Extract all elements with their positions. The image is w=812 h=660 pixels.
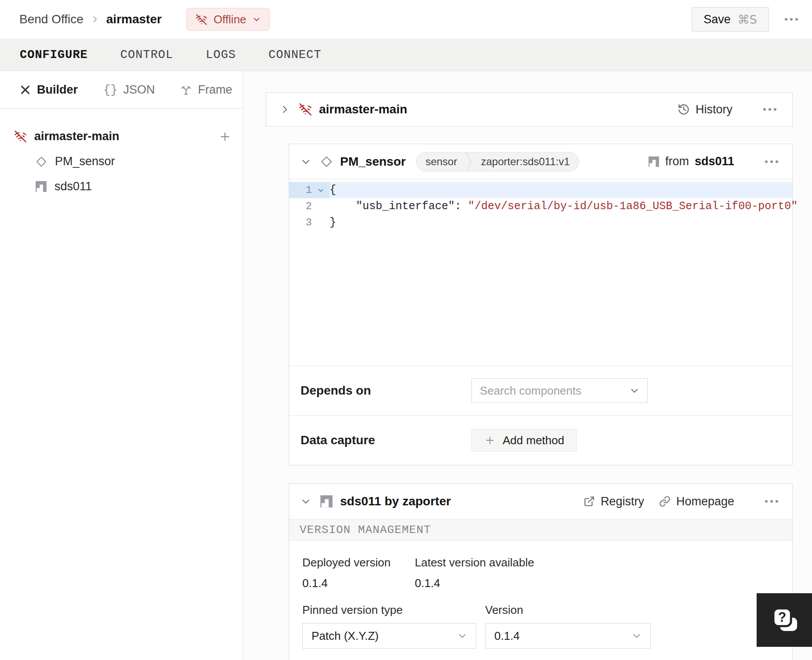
code-line: 1 { (289, 182, 792, 198)
sds011-module-card: sds011 by zaporter Registry (289, 483, 793, 660)
depends-on-label: Depends on (301, 384, 471, 398)
mode-json-label: JSON (123, 83, 155, 97)
topbar-kebab-menu[interactable] (780, 14, 802, 25)
expand-machine-part-chevron-icon[interactable] (278, 102, 292, 116)
tree-item-label: sds011 (54, 180, 92, 193)
tree-item-sds011[interactable]: sds011 (0, 174, 243, 199)
component-tree: airmaster-main PM_sensor sds011 (0, 109, 243, 199)
save-button[interactable]: Save ⌘S (692, 7, 769, 32)
breadcrumb-location-link[interactable]: Bend Office (19, 12, 83, 26)
collapse-module-chevron-icon[interactable] (299, 494, 313, 508)
code-line: 2 "usb_interface": "/dev/serial/by-id/us… (289, 198, 792, 214)
mode-builder-label: Builder (37, 83, 78, 97)
history-button[interactable]: History (678, 103, 732, 116)
collapse-component-chevron-icon[interactable] (299, 155, 313, 169)
registry-label: Registry (601, 495, 644, 508)
registry-link[interactable]: Registry (584, 495, 644, 508)
latest-version-label: Latest version available (415, 556, 534, 569)
mode-builder[interactable]: Builder (19, 83, 78, 97)
add-method-label: Add method (503, 434, 564, 447)
pinned-version-type-label: Pinned version type (302, 603, 485, 617)
code-text: { (330, 184, 336, 196)
breadcrumb-chevron-icon (91, 15, 99, 24)
module-icon (648, 156, 660, 167)
help-button[interactable]: ? (757, 593, 812, 647)
mode-json[interactable]: {} JSON (103, 83, 155, 97)
tab-connect[interactable]: CONNECT (268, 48, 321, 62)
component-title: PM_sensor (340, 155, 406, 169)
code-indent (330, 200, 356, 213)
version-management-body: Deployed version 0.1.4 Latest version av… (289, 541, 792, 660)
version-management-header: VERSION MANAGEMENT (289, 519, 792, 541)
tree-item-pm-sensor[interactable]: PM_sensor (0, 149, 243, 174)
data-capture-label: Data capture (301, 433, 471, 447)
help-question-icon: ? (768, 604, 800, 636)
code-key: "usb_interface": (356, 200, 461, 213)
homepage-link[interactable]: Homepage (659, 495, 734, 508)
config-sidebar: Builder {} JSON Frame (0, 71, 243, 660)
from-module-link[interactable]: from sds011 (648, 155, 734, 168)
module-kebab-menu[interactable] (761, 496, 783, 507)
badge-divider-icon (466, 152, 472, 171)
attributes-json-editor[interactable]: 1 { 2 "usb_interface": "/dev/serial/by-i… (289, 179, 792, 366)
component-card-header: PM_sensor sensor zaporter:sds011:v1 (289, 144, 792, 179)
component-type-badge: sensor (417, 156, 466, 168)
chevron-down-icon (630, 386, 639, 395)
component-diamond-icon (35, 156, 47, 168)
homepage-label: Homepage (676, 495, 734, 508)
kebab-menu-icon (785, 18, 798, 21)
tab-control[interactable]: CONTROL (120, 48, 173, 62)
breadcrumb-machine-name: airmaster (106, 12, 162, 26)
external-link-icon (584, 496, 595, 507)
version-management-title: VERSION MANAGEMENT (300, 523, 431, 537)
pinned-version-type-select[interactable]: Patch (X.Y.Z) (302, 623, 476, 649)
primary-tab-bar: CONFIGURE CONTROL LOGS CONNECT (0, 39, 812, 71)
wifi-off-icon (14, 130, 27, 143)
pinned-version-type-value: Patch (X.Y.Z) (312, 629, 379, 643)
add-component-button[interactable] (218, 130, 232, 143)
history-icon (678, 103, 690, 116)
machine-part-title: airmaster-main (319, 102, 407, 116)
tools-icon (19, 84, 31, 96)
line-number: 2 (289, 200, 312, 212)
depends-on-section: Depends on Search components (289, 366, 792, 415)
wifi-off-icon (299, 103, 312, 116)
frame-axes-icon (180, 84, 192, 96)
version-select[interactable]: 0.1.4 (485, 623, 651, 649)
add-method-button[interactable]: Add method (471, 429, 577, 452)
breadcrumb: Bend Office airmaster (19, 12, 162, 26)
mode-frame[interactable]: Frame (180, 83, 232, 97)
config-mode-switcher: Builder {} JSON Frame (0, 71, 243, 109)
version-value: 0.1.4 (494, 629, 520, 643)
fold-chevron-icon[interactable] (312, 187, 330, 194)
version-label: Version (485, 603, 651, 617)
component-kebab-menu[interactable] (761, 156, 783, 167)
content-area: Builder {} JSON Frame (0, 71, 812, 660)
module-icon (320, 495, 333, 508)
depends-on-select[interactable]: Search components (471, 378, 648, 403)
component-type-model-badge: sensor zaporter:sds011:v1 (416, 152, 579, 171)
component-diamond-icon (320, 155, 333, 168)
machine-status-label: Offline (214, 13, 246, 26)
history-label: History (696, 103, 732, 116)
line-number: 3 (289, 217, 312, 228)
kebab-menu-icon (763, 108, 776, 111)
machine-part-kebab-menu[interactable] (759, 104, 781, 115)
kebab-menu-icon (765, 160, 778, 163)
code-string-value: "/dev/serial/by-id/usb-1a86_USB_Serial-i… (461, 200, 798, 213)
machine-status-dropdown[interactable]: Offline (186, 8, 270, 31)
module-icon (35, 181, 47, 192)
from-module-name: sds011 (695, 155, 734, 168)
link-icon (659, 496, 671, 507)
pm-sensor-component-card: PM_sensor sensor zaporter:sds011:v1 (289, 144, 793, 465)
tree-item-machine-part[interactable]: airmaster-main (0, 124, 243, 149)
module-card-header: sds011 by zaporter Registry (289, 484, 792, 519)
chevron-down-icon (253, 15, 261, 23)
mode-frame-label: Frame (198, 83, 232, 97)
deployed-version-value: 0.1.4 (302, 577, 415, 590)
save-label: Save (703, 13, 731, 26)
tab-logs[interactable]: LOGS (206, 48, 236, 62)
module-title: sds011 by zaporter (340, 494, 451, 508)
tab-configure[interactable]: CONFIGURE (20, 48, 88, 62)
chevron-down-icon (632, 631, 642, 641)
